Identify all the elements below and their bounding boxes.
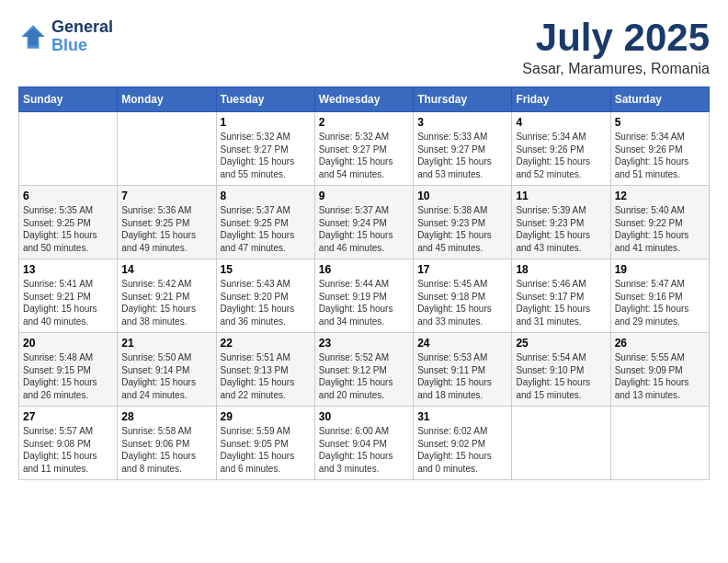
day-info: Sunrise: 5:58 AM Sunset: 9:06 PM Dayligh…: [121, 425, 211, 475]
day-number: 8: [221, 190, 311, 202]
day-number: 4: [516, 116, 606, 129]
calendar-cell: 29Sunrise: 5:59 AM Sunset: 9:05 PM Dayli…: [216, 407, 314, 480]
day-number: 19: [615, 263, 705, 276]
calendar-cell: 5Sunrise: 5:34 AM Sunset: 9:26 PM Daylig…: [610, 112, 709, 186]
day-number: 27: [23, 410, 113, 423]
day-info: Sunrise: 5:34 AM Sunset: 9:26 PM Dayligh…: [615, 131, 705, 180]
calendar-cell: 24Sunrise: 5:53 AM Sunset: 9:11 PM Dayli…: [414, 333, 512, 407]
calendar-cell: 4Sunrise: 5:34 AM Sunset: 9:26 PM Daylig…: [512, 112, 610, 186]
day-number: 22: [221, 337, 311, 350]
day-number: 1: [221, 116, 311, 129]
day-info: Sunrise: 5:43 AM Sunset: 9:20 PM Dayligh…: [221, 278, 311, 327]
calendar-cell: 25Sunrise: 5:54 AM Sunset: 9:10 PM Dayli…: [512, 333, 610, 407]
calendar-cell: 1Sunrise: 5:32 AM Sunset: 9:27 PM Daylig…: [216, 112, 314, 186]
day-info: Sunrise: 5:54 AM Sunset: 9:10 PM Dayligh…: [516, 351, 606, 401]
weekday-header-monday: Monday: [118, 87, 216, 112]
day-info: Sunrise: 5:35 AM Sunset: 9:25 PM Dayligh…: [23, 204, 113, 254]
calendar-cell: 26Sunrise: 5:55 AM Sunset: 9:09 PM Dayli…: [610, 333, 709, 407]
day-number: 15: [221, 263, 311, 276]
logo-text: General Blue: [51, 18, 113, 55]
calendar-week-row: 27Sunrise: 5:57 AM Sunset: 9:08 PM Dayli…: [19, 407, 710, 480]
calendar-cell: [512, 407, 610, 480]
day-info: Sunrise: 5:39 AM Sunset: 9:23 PM Dayligh…: [516, 204, 606, 254]
calendar-header-row: SundayMondayTuesdayWednesdayThursdayFrid…: [19, 87, 710, 112]
calendar-week-row: 20Sunrise: 5:48 AM Sunset: 9:15 PM Dayli…: [19, 333, 710, 407]
day-number: 17: [417, 263, 507, 276]
calendar-cell: 6Sunrise: 5:35 AM Sunset: 9:25 PM Daylig…: [19, 186, 118, 259]
day-number: 31: [417, 410, 507, 423]
calendar-week-row: 6Sunrise: 5:35 AM Sunset: 9:25 PM Daylig…: [19, 186, 710, 259]
day-info: Sunrise: 5:46 AM Sunset: 9:17 PM Dayligh…: [516, 278, 606, 327]
day-info: Sunrise: 5:44 AM Sunset: 9:19 PM Dayligh…: [319, 278, 409, 327]
day-number: 12: [615, 190, 705, 202]
day-info: Sunrise: 5:37 AM Sunset: 9:25 PM Dayligh…: [221, 204, 311, 254]
day-info: Sunrise: 5:41 AM Sunset: 9:21 PM Dayligh…: [23, 278, 113, 327]
day-number: 9: [319, 190, 409, 202]
day-number: 7: [121, 190, 211, 202]
weekday-header-thursday: Thursday: [414, 87, 512, 112]
day-number: 30: [319, 410, 409, 423]
day-number: 21: [121, 337, 211, 350]
logo-icon: [18, 22, 48, 52]
calendar-cell: 14Sunrise: 5:42 AM Sunset: 9:21 PM Dayli…: [118, 259, 216, 333]
day-info: Sunrise: 5:45 AM Sunset: 9:18 PM Dayligh…: [417, 278, 507, 327]
calendar-cell: 19Sunrise: 5:47 AM Sunset: 9:16 PM Dayli…: [610, 259, 709, 333]
day-number: 29: [221, 410, 311, 423]
calendar-table: SundayMondayTuesdayWednesdayThursdayFrid…: [18, 86, 710, 480]
day-info: Sunrise: 5:59 AM Sunset: 9:05 PM Dayligh…: [221, 425, 311, 475]
day-info: Sunrise: 5:33 AM Sunset: 9:27 PM Dayligh…: [417, 131, 507, 180]
weekday-header-sunday: Sunday: [19, 87, 118, 112]
calendar-cell: 7Sunrise: 5:36 AM Sunset: 9:25 PM Daylig…: [118, 186, 216, 259]
day-info: Sunrise: 6:02 AM Sunset: 9:02 PM Dayligh…: [417, 425, 507, 475]
day-info: Sunrise: 5:37 AM Sunset: 9:24 PM Dayligh…: [319, 204, 409, 254]
weekday-header-friday: Friday: [512, 87, 610, 112]
title-area: July 2025 Sasar, Maramures, Romania: [522, 18, 710, 77]
day-info: Sunrise: 5:48 AM Sunset: 9:15 PM Dayligh…: [23, 351, 113, 401]
calendar-cell: 16Sunrise: 5:44 AM Sunset: 9:19 PM Dayli…: [314, 259, 413, 333]
day-number: 6: [23, 190, 113, 202]
page-header: General Blue July 2025 Sasar, Maramures,…: [18, 18, 710, 77]
calendar-cell: 12Sunrise: 5:40 AM Sunset: 9:22 PM Dayli…: [610, 186, 709, 259]
calendar-cell: [19, 112, 118, 186]
calendar-cell: 30Sunrise: 6:00 AM Sunset: 9:04 PM Dayli…: [314, 407, 413, 480]
day-info: Sunrise: 5:32 AM Sunset: 9:27 PM Dayligh…: [319, 131, 409, 180]
calendar-cell: 2Sunrise: 5:32 AM Sunset: 9:27 PM Daylig…: [314, 112, 413, 186]
month-title: July 2025: [522, 18, 710, 57]
day-info: Sunrise: 5:53 AM Sunset: 9:11 PM Dayligh…: [417, 351, 507, 401]
calendar-cell: 28Sunrise: 5:58 AM Sunset: 9:06 PM Dayli…: [118, 407, 216, 480]
day-info: Sunrise: 6:00 AM Sunset: 9:04 PM Dayligh…: [319, 425, 409, 475]
day-info: Sunrise: 5:40 AM Sunset: 9:22 PM Dayligh…: [615, 204, 705, 254]
calendar-cell: 21Sunrise: 5:50 AM Sunset: 9:14 PM Dayli…: [118, 333, 216, 407]
day-number: 11: [516, 190, 606, 202]
day-info: Sunrise: 5:32 AM Sunset: 9:27 PM Dayligh…: [221, 131, 311, 180]
weekday-header-saturday: Saturday: [610, 87, 709, 112]
day-number: 14: [121, 263, 211, 276]
calendar-cell: 9Sunrise: 5:37 AM Sunset: 9:24 PM Daylig…: [314, 186, 413, 259]
day-info: Sunrise: 5:50 AM Sunset: 9:14 PM Dayligh…: [121, 351, 211, 401]
calendar-cell: 13Sunrise: 5:41 AM Sunset: 9:21 PM Dayli…: [19, 259, 118, 333]
day-info: Sunrise: 5:55 AM Sunset: 9:09 PM Dayligh…: [615, 351, 705, 401]
day-info: Sunrise: 5:42 AM Sunset: 9:21 PM Dayligh…: [121, 278, 211, 327]
calendar-cell: 10Sunrise: 5:38 AM Sunset: 9:23 PM Dayli…: [414, 186, 512, 259]
calendar-cell: 8Sunrise: 5:37 AM Sunset: 9:25 PM Daylig…: [216, 186, 314, 259]
day-info: Sunrise: 5:57 AM Sunset: 9:08 PM Dayligh…: [23, 425, 113, 475]
calendar-cell: 22Sunrise: 5:51 AM Sunset: 9:13 PM Dayli…: [216, 333, 314, 407]
day-number: 23: [319, 337, 409, 350]
weekday-header-wednesday: Wednesday: [314, 87, 413, 112]
day-info: Sunrise: 5:36 AM Sunset: 9:25 PM Dayligh…: [121, 204, 211, 254]
calendar-cell: 15Sunrise: 5:43 AM Sunset: 9:20 PM Dayli…: [216, 259, 314, 333]
calendar-cell: 18Sunrise: 5:46 AM Sunset: 9:17 PM Dayli…: [512, 259, 610, 333]
calendar-cell: 3Sunrise: 5:33 AM Sunset: 9:27 PM Daylig…: [414, 112, 512, 186]
calendar-week-row: 1Sunrise: 5:32 AM Sunset: 9:27 PM Daylig…: [19, 112, 710, 186]
calendar-cell: 11Sunrise: 5:39 AM Sunset: 9:23 PM Dayli…: [512, 186, 610, 259]
calendar-cell: 23Sunrise: 5:52 AM Sunset: 9:12 PM Dayli…: [314, 333, 413, 407]
day-number: 3: [417, 116, 507, 129]
weekday-header-tuesday: Tuesday: [216, 87, 314, 112]
calendar-week-row: 13Sunrise: 5:41 AM Sunset: 9:21 PM Dayli…: [19, 259, 710, 333]
day-info: Sunrise: 5:52 AM Sunset: 9:12 PM Dayligh…: [319, 351, 409, 401]
day-number: 5: [615, 116, 705, 129]
calendar-cell: [118, 112, 216, 186]
calendar-cell: 27Sunrise: 5:57 AM Sunset: 9:08 PM Dayli…: [19, 407, 118, 480]
day-number: 26: [615, 337, 705, 350]
day-number: 25: [516, 337, 606, 350]
